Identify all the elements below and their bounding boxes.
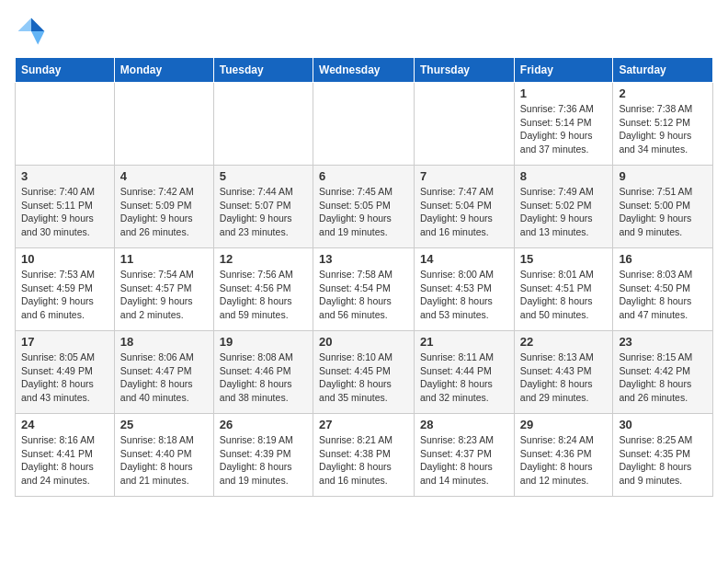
calendar-cell: 10Sunrise: 7:53 AM Sunset: 4:59 PM Dayli… xyxy=(16,248,115,331)
day-info: Sunrise: 8:16 AM Sunset: 4:41 PM Dayligh… xyxy=(21,433,108,488)
day-info: Sunrise: 7:58 AM Sunset: 4:54 PM Dayligh… xyxy=(319,268,408,322)
day-number: 8 xyxy=(520,169,608,183)
day-number: 22 xyxy=(520,335,608,349)
calendar-cell xyxy=(213,83,313,166)
day-number: 16 xyxy=(619,252,707,266)
day-number: 9 xyxy=(619,169,707,183)
header-row: SundayMondayTuesdayWednesdayThursdayFrid… xyxy=(16,58,713,83)
day-number: 14 xyxy=(420,252,508,266)
calendar-cell: 19Sunrise: 8:08 AM Sunset: 4:46 PM Dayli… xyxy=(213,331,313,414)
calendar-cell: 1Sunrise: 7:36 AM Sunset: 5:14 PM Daylig… xyxy=(514,83,613,166)
calendar-cell xyxy=(16,83,115,166)
day-info: Sunrise: 8:01 AM Sunset: 4:51 PM Dayligh… xyxy=(520,268,608,322)
day-number: 28 xyxy=(420,418,508,431)
calendar-cell: 28Sunrise: 8:23 AM Sunset: 4:37 PM Dayli… xyxy=(415,414,515,497)
calendar-cell: 16Sunrise: 8:03 AM Sunset: 4:50 PM Dayli… xyxy=(613,248,713,331)
logo xyxy=(15,15,51,48)
day-of-week-header: Thursday xyxy=(415,58,515,83)
calendar-cell: 26Sunrise: 8:19 AM Sunset: 4:39 PM Dayli… xyxy=(213,414,313,497)
day-number: 18 xyxy=(120,335,208,349)
day-number: 15 xyxy=(520,252,608,266)
calendar-body: 1Sunrise: 7:36 AM Sunset: 5:14 PM Daylig… xyxy=(16,83,713,497)
calendar-cell: 15Sunrise: 8:01 AM Sunset: 4:51 PM Dayli… xyxy=(514,248,613,331)
calendar-cell: 22Sunrise: 8:13 AM Sunset: 4:43 PM Dayli… xyxy=(514,331,613,414)
calendar-cell: 29Sunrise: 8:24 AM Sunset: 4:36 PM Dayli… xyxy=(514,414,613,497)
calendar-week-row: 3Sunrise: 7:40 AM Sunset: 5:11 PM Daylig… xyxy=(16,166,713,248)
day-info: Sunrise: 8:05 AM Sunset: 4:49 PM Dayligh… xyxy=(21,350,108,405)
calendar-cell: 9Sunrise: 7:51 AM Sunset: 5:00 PM Daylig… xyxy=(613,166,713,248)
day-info: Sunrise: 7:45 AM Sunset: 5:05 PM Dayligh… xyxy=(319,185,408,239)
calendar-cell: 27Sunrise: 8:21 AM Sunset: 4:38 PM Dayli… xyxy=(313,414,415,497)
day-number: 4 xyxy=(120,169,208,183)
calendar-cell: 13Sunrise: 7:58 AM Sunset: 4:54 PM Dayli… xyxy=(313,248,415,331)
day-number: 30 xyxy=(619,418,707,431)
calendar-cell: 17Sunrise: 8:05 AM Sunset: 4:49 PM Dayli… xyxy=(16,331,115,414)
day-number: 24 xyxy=(21,418,108,431)
day-number: 13 xyxy=(319,252,408,266)
day-info: Sunrise: 7:49 AM Sunset: 5:02 PM Dayligh… xyxy=(520,185,608,239)
calendar-cell: 21Sunrise: 8:11 AM Sunset: 4:44 PM Dayli… xyxy=(415,331,515,414)
day-info: Sunrise: 8:25 AM Sunset: 4:35 PM Dayligh… xyxy=(619,433,707,488)
calendar-cell: 30Sunrise: 8:25 AM Sunset: 4:35 PM Dayli… xyxy=(613,414,713,497)
day-info: Sunrise: 8:23 AM Sunset: 4:37 PM Dayligh… xyxy=(420,433,508,488)
day-info: Sunrise: 7:51 AM Sunset: 5:00 PM Dayligh… xyxy=(619,185,707,239)
calendar-week-row: 1Sunrise: 7:36 AM Sunset: 5:14 PM Daylig… xyxy=(16,83,713,166)
day-of-week-header: Tuesday xyxy=(213,58,313,83)
day-number: 12 xyxy=(220,252,307,266)
day-info: Sunrise: 8:13 AM Sunset: 4:43 PM Dayligh… xyxy=(520,350,608,405)
calendar-cell: 5Sunrise: 7:44 AM Sunset: 5:07 PM Daylig… xyxy=(213,166,313,248)
calendar-cell: 11Sunrise: 7:54 AM Sunset: 4:57 PM Dayli… xyxy=(114,248,213,331)
day-info: Sunrise: 8:18 AM Sunset: 4:40 PM Dayligh… xyxy=(120,433,208,488)
day-number: 27 xyxy=(319,418,408,431)
day-info: Sunrise: 8:06 AM Sunset: 4:47 PM Dayligh… xyxy=(120,350,208,405)
calendar-table: SundayMondayTuesdayWednesdayThursdayFrid… xyxy=(15,57,713,497)
day-info: Sunrise: 7:53 AM Sunset: 4:59 PM Dayligh… xyxy=(21,268,108,322)
svg-marker-1 xyxy=(31,31,44,44)
day-info: Sunrise: 8:21 AM Sunset: 4:38 PM Dayligh… xyxy=(319,433,408,488)
calendar-cell: 14Sunrise: 8:00 AM Sunset: 4:53 PM Dayli… xyxy=(415,248,515,331)
calendar-week-row: 24Sunrise: 8:16 AM Sunset: 4:41 PM Dayli… xyxy=(16,414,713,497)
day-info: Sunrise: 7:40 AM Sunset: 5:11 PM Dayligh… xyxy=(21,185,108,239)
day-number: 21 xyxy=(420,335,508,349)
day-info: Sunrise: 7:38 AM Sunset: 5:12 PM Dayligh… xyxy=(619,102,707,156)
calendar-week-row: 17Sunrise: 8:05 AM Sunset: 4:49 PM Dayli… xyxy=(16,331,713,414)
day-of-week-header: Saturday xyxy=(613,58,713,83)
day-number: 2 xyxy=(619,86,707,100)
svg-marker-2 xyxy=(18,18,31,31)
calendar-cell: 7Sunrise: 7:47 AM Sunset: 5:04 PM Daylig… xyxy=(415,166,515,248)
calendar-cell xyxy=(313,83,415,166)
day-info: Sunrise: 8:08 AM Sunset: 4:46 PM Dayligh… xyxy=(220,350,307,405)
day-number: 26 xyxy=(220,418,307,431)
day-info: Sunrise: 7:36 AM Sunset: 5:14 PM Dayligh… xyxy=(520,102,608,156)
calendar-cell: 18Sunrise: 8:06 AM Sunset: 4:47 PM Dayli… xyxy=(114,331,213,414)
calendar-cell: 24Sunrise: 8:16 AM Sunset: 4:41 PM Dayli… xyxy=(16,414,115,497)
day-number: 1 xyxy=(520,86,608,100)
day-number: 7 xyxy=(420,169,508,183)
day-number: 5 xyxy=(220,169,307,183)
calendar-cell: 25Sunrise: 8:18 AM Sunset: 4:40 PM Dayli… xyxy=(114,414,213,497)
calendar-header: SundayMondayTuesdayWednesdayThursdayFrid… xyxy=(16,58,713,83)
day-of-week-header: Wednesday xyxy=(313,58,415,83)
day-info: Sunrise: 8:11 AM Sunset: 4:44 PM Dayligh… xyxy=(420,350,508,405)
svg-marker-0 xyxy=(31,18,44,31)
logo-icon xyxy=(15,15,48,48)
day-number: 11 xyxy=(120,252,208,266)
day-number: 29 xyxy=(520,418,608,431)
calendar-cell: 20Sunrise: 8:10 AM Sunset: 4:45 PM Dayli… xyxy=(313,331,415,414)
day-info: Sunrise: 8:19 AM Sunset: 4:39 PM Dayligh… xyxy=(220,433,307,488)
day-info: Sunrise: 8:03 AM Sunset: 4:50 PM Dayligh… xyxy=(619,268,707,322)
calendar-cell: 4Sunrise: 7:42 AM Sunset: 5:09 PM Daylig… xyxy=(114,166,213,248)
calendar-cell: 12Sunrise: 7:56 AM Sunset: 4:56 PM Dayli… xyxy=(213,248,313,331)
calendar-cell: 6Sunrise: 7:45 AM Sunset: 5:05 PM Daylig… xyxy=(313,166,415,248)
day-info: Sunrise: 8:15 AM Sunset: 4:42 PM Dayligh… xyxy=(619,350,707,405)
day-info: Sunrise: 7:44 AM Sunset: 5:07 PM Dayligh… xyxy=(220,185,307,239)
day-number: 6 xyxy=(319,169,408,183)
day-of-week-header: Friday xyxy=(514,58,613,83)
day-number: 17 xyxy=(21,335,108,349)
day-number: 20 xyxy=(319,335,408,349)
day-info: Sunrise: 7:47 AM Sunset: 5:04 PM Dayligh… xyxy=(420,185,508,239)
calendar-cell: 23Sunrise: 8:15 AM Sunset: 4:42 PM Dayli… xyxy=(613,331,713,414)
day-number: 10 xyxy=(21,252,108,266)
page-header xyxy=(15,15,713,48)
day-of-week-header: Sunday xyxy=(16,58,115,83)
